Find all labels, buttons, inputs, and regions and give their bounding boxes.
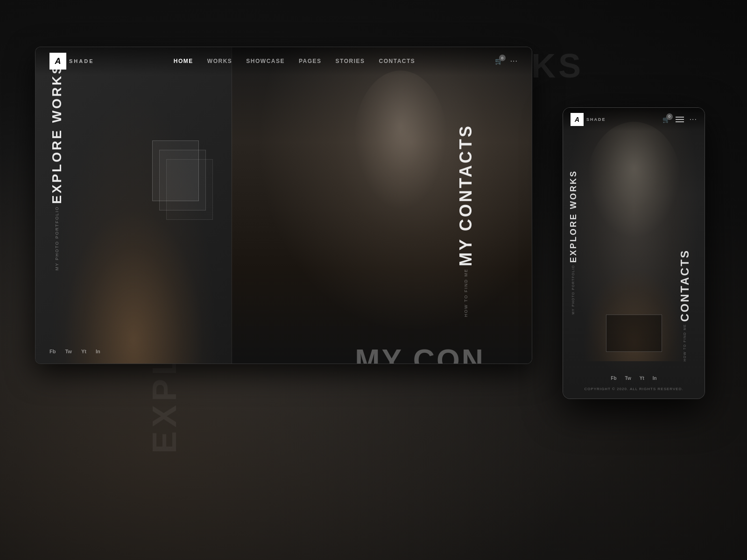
nav-item-showcase[interactable]: SHOWCASE xyxy=(246,58,285,64)
nav-item-home[interactable]: HOME xyxy=(174,58,193,64)
desktop-left-panel xyxy=(35,47,232,364)
desktop-right-panel xyxy=(232,47,532,364)
desktop-explore-mainlabel: EXPLORE WORKS xyxy=(49,63,64,204)
logo-icon: A xyxy=(49,53,66,70)
desktop-nav: HOME WORKS SHOWCASE PAGES STORIES CONTAC… xyxy=(174,58,416,64)
mobile-social-links: Fb Tw Yt In xyxy=(563,376,705,381)
desktop-nav-icons: 🛒 0 ··· xyxy=(495,57,518,65)
mobile-more-menu-button[interactable]: ··· xyxy=(690,115,697,124)
desktop-contacts-mainlabel: MY CONTACTS xyxy=(456,124,475,266)
desktop-header: A SHADE HOME WORKS SHOWCASE PAGES STORIE… xyxy=(35,47,532,75)
desktop-hero-text-left[interactable]: MY PHOTO PORTFOLIO EXPLORE WORKS xyxy=(49,63,64,270)
cart-badge: 0 xyxy=(499,55,506,61)
mobile-social-twitter[interactable]: Tw xyxy=(625,376,631,381)
mobile-cart-button[interactable]: 🛒 0 xyxy=(662,116,670,123)
mobile-hero-text-right[interactable]: HOW TO FIND ME CONTACTS xyxy=(678,249,691,361)
hamburger-menu-button[interactable] xyxy=(676,117,684,122)
desktop-hero-text-right[interactable]: HOW TO FIND ME MY CONTACTS xyxy=(456,124,476,317)
thumbnail-1 xyxy=(152,140,199,201)
social-linkedin[interactable]: In xyxy=(96,349,100,354)
mobile-explore-sublabel: MY PHOTO PORTFOLIO xyxy=(571,265,575,315)
mobile-hero-text-left[interactable]: MY PHOTO PORTFOLIO EXPLORE WORKS xyxy=(569,170,578,315)
mobile-nav-icons: 🛒 0 ··· xyxy=(662,115,697,124)
mobile-portrait-face xyxy=(587,122,681,238)
mobile-mockup: A SHADE 🛒 0 ··· MY PHOTO PORTFOLIO EXPLO… xyxy=(563,107,705,399)
mobile-logo-subtitle: SHADE xyxy=(586,117,606,122)
mobile-contacts-mainlabel: CONTACTS xyxy=(678,249,691,322)
nav-item-pages[interactable]: PAGES xyxy=(299,58,322,64)
mobile-cart-badge: 0 xyxy=(666,113,673,120)
portrait-face xyxy=(354,70,447,210)
desktop-explore-sublabel: MY PHOTO PORTFOLIO xyxy=(55,206,59,270)
social-twitter[interactable]: Tw xyxy=(65,349,71,354)
cart-button[interactable]: 🛒 0 xyxy=(495,57,503,65)
nav-item-contacts[interactable]: CONTACTS xyxy=(379,58,416,64)
nav-item-works[interactable]: WORKS xyxy=(207,58,233,64)
hand-illustration-left xyxy=(63,210,204,364)
panel-divider xyxy=(232,47,232,364)
mobile-contacts-sublabel: HOW TO FIND ME xyxy=(683,324,686,361)
more-menu-button[interactable]: ··· xyxy=(510,57,518,65)
mobile-social-youtube[interactable]: Yt xyxy=(640,376,644,381)
social-facebook[interactable]: Fb xyxy=(49,349,56,354)
mobile-copyright: COPYRIGHT © 2020. ALL RIGHTS RESERVED. xyxy=(563,387,705,391)
desktop-logo-area[interactable]: A SHADE xyxy=(49,53,94,70)
social-youtube[interactable]: Yt xyxy=(81,349,86,354)
desktop-mockup: A SHADE HOME WORKS SHOWCASE PAGES STORIE… xyxy=(35,47,532,364)
mobile-thumbnail xyxy=(606,315,662,352)
mobile-logo-area[interactable]: A SHADE xyxy=(571,113,606,126)
desktop-bottom-fade-text: MY CON xyxy=(355,343,485,364)
mobile-social-linkedin[interactable]: In xyxy=(653,376,657,381)
logo-subtitle: SHADE xyxy=(69,58,94,64)
mobile-social-facebook[interactable]: Fb xyxy=(611,376,616,381)
desktop-social-links: Fb Tw Yt In xyxy=(49,349,100,354)
nav-item-stories[interactable]: STORIES xyxy=(336,58,365,64)
desktop-contacts-sublabel: HOW TO FIND ME xyxy=(464,268,468,317)
mobile-header: A SHADE 🛒 0 ··· xyxy=(563,108,705,131)
mobile-explore-mainlabel: EXPLORE WORKS xyxy=(569,170,578,263)
mobile-logo-icon: A xyxy=(571,113,584,126)
